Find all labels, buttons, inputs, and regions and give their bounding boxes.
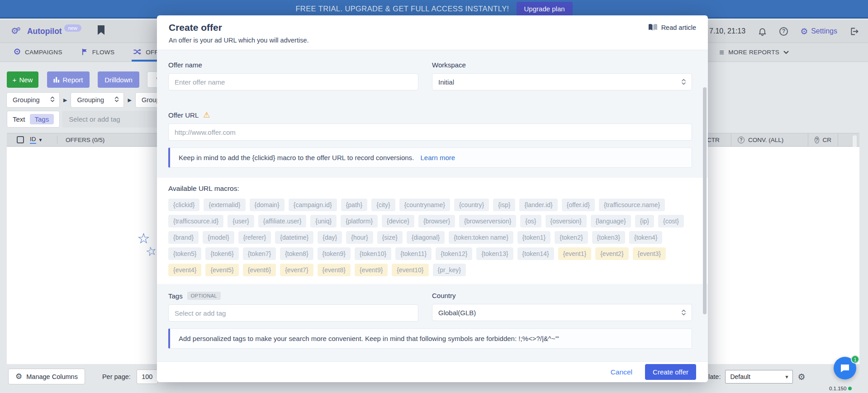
settings-button[interactable]: ⚙ Settings <box>800 27 837 36</box>
macro-chip[interactable]: {uniq} <box>310 215 337 227</box>
macro-chip[interactable]: {event8} <box>318 264 351 276</box>
country-label: Country <box>432 292 692 299</box>
help-icon[interactable]: ? <box>779 27 788 36</box>
macro-chip[interactable]: {token10} <box>355 247 391 260</box>
column-header-conv-all-[interactable]: ?CONV. (ALL) <box>731 133 808 146</box>
macro-chip[interactable]: {token13} <box>476 247 513 260</box>
table-scrollbar-stub[interactable] <box>838 133 859 146</box>
macro-chip[interactable]: {os} <box>520 215 541 227</box>
brand[interactable]: ⚙⚙ Autopilot new <box>0 25 105 37</box>
macro-chip[interactable]: {event10} <box>392 264 428 276</box>
macro-chip[interactable]: {brand} <box>168 231 199 244</box>
macro-chip[interactable]: {token2} <box>555 231 588 244</box>
tags-mode-button[interactable]: Tags <box>30 114 54 124</box>
bookmark-icon[interactable] <box>97 25 105 37</box>
modal-scrollbar-thumb[interactable] <box>703 87 707 314</box>
manage-columns-button[interactable]: ⚙ Manage Columns <box>8 369 85 384</box>
tags-note: Add personalized tags to make your searc… <box>168 328 692 349</box>
macro-chip[interactable]: {token:token name} <box>449 231 513 244</box>
macro-chip[interactable]: {token5} <box>168 247 201 260</box>
macro-chip[interactable]: {token1} <box>517 231 550 244</box>
workspace-select[interactable]: Initial <box>432 73 692 90</box>
macro-chip[interactable]: {event9} <box>355 264 388 276</box>
macro-chip[interactable]: {event4} <box>168 264 201 276</box>
cancel-button[interactable]: Cancel <box>611 368 632 376</box>
macro-chip[interactable]: {user} <box>228 215 254 227</box>
macro-chip[interactable]: {event5} <box>205 264 238 276</box>
offer-url-input[interactable] <box>168 123 692 141</box>
macro-chip[interactable]: {affiliate.user} <box>258 215 307 227</box>
macro-chip[interactable]: {path} <box>341 199 368 211</box>
macro-chip[interactable]: {trafficsource.name} <box>599 199 665 211</box>
macro-chip[interactable]: {token6} <box>205 247 238 260</box>
macro-chip[interactable]: {platform} <box>341 215 378 227</box>
column-header-cr[interactable]: ?CR <box>808 133 838 146</box>
text-mode-button[interactable]: Text <box>13 115 25 123</box>
macro-chip[interactable]: {osversion} <box>545 215 587 227</box>
macro-chip[interactable]: {event1} <box>558 247 591 260</box>
template-select[interactable]: Default ▼ <box>725 370 793 384</box>
country-select[interactable]: Global(GLB) <box>432 304 692 321</box>
macro-chip[interactable]: {isp} <box>493 199 515 211</box>
create-offer-button[interactable]: Create offer <box>645 364 696 380</box>
macro-chip[interactable]: {token3} <box>592 231 625 244</box>
tags-input[interactable] <box>168 304 418 322</box>
macro-chip[interactable]: {token8} <box>280 247 313 260</box>
macro-chip[interactable]: {countryname} <box>399 199 450 211</box>
grouping-select-1[interactable]: Grouping <box>6 92 60 108</box>
report-button[interactable]: Report <box>47 71 90 88</box>
macro-chip[interactable]: {token7} <box>243 247 276 260</box>
macro-chip[interactable]: {token9} <box>318 247 351 260</box>
help-icon[interactable]: ? <box>815 137 819 143</box>
macro-chip[interactable]: {day} <box>318 231 342 244</box>
macro-chip[interactable]: {pr_key} <box>433 264 466 276</box>
macro-chip[interactable]: {referer} <box>238 231 271 244</box>
macro-chip[interactable]: {cost} <box>658 215 684 227</box>
new-button[interactable]: + New <box>7 71 38 88</box>
help-icon[interactable]: ? <box>738 137 745 143</box>
offer-name-input[interactable] <box>168 73 418 90</box>
macro-chip[interactable]: {event2} <box>595 247 628 260</box>
grouping-select-2[interactable]: Grouping <box>71 92 124 108</box>
macro-chip[interactable]: {diagonal} <box>407 231 445 244</box>
macro-chip[interactable]: {token11} <box>395 247 432 260</box>
macro-chip[interactable]: {datetime} <box>275 231 313 244</box>
learn-more-link[interactable]: Learn more <box>420 154 455 161</box>
macro-chip[interactable]: {country} <box>454 199 489 211</box>
tab-flows[interactable]: FLOWS <box>81 43 115 62</box>
per-page-input[interactable]: 100 <box>137 369 158 384</box>
gear-icon[interactable]: ⚙ <box>797 372 805 382</box>
macro-chip[interactable]: {offer.id} <box>562 199 595 211</box>
macro-chip[interactable]: {ip} <box>635 215 654 227</box>
macro-chip[interactable]: {browser} <box>418 215 455 227</box>
drilldown-button[interactable]: Drilldown <box>98 71 139 88</box>
macro-chip[interactable]: {city} <box>371 199 395 211</box>
macro-chip[interactable]: {event3} <box>633 247 666 260</box>
macro-chip[interactable]: {token4} <box>629 231 662 244</box>
modal-section-macros: Available URL macros: {clickid}{external… <box>157 178 708 284</box>
macro-chip[interactable]: {trafficsource.id} <box>168 215 223 227</box>
logout-icon[interactable] <box>849 27 859 36</box>
macro-chip[interactable]: {lander.id} <box>519 199 557 211</box>
macro-chip[interactable]: {campaign.id} <box>289 199 337 211</box>
tab-campaigns[interactable]: CAMPAIGNS <box>14 43 62 62</box>
upgrade-plan-button[interactable]: Upgrade plan <box>517 2 573 16</box>
select-all-checkbox[interactable] <box>17 136 24 143</box>
macro-chip[interactable]: {token12} <box>436 247 472 260</box>
macro-chip[interactable]: {clickid} <box>168 199 199 211</box>
macro-chip[interactable]: {token14} <box>517 247 554 260</box>
read-article-link[interactable]: Read article <box>648 24 696 31</box>
macro-chip[interactable]: {externalid} <box>204 199 245 211</box>
macro-chip[interactable]: {size} <box>377 231 403 244</box>
macro-chip[interactable]: {browserversion} <box>459 215 516 227</box>
macro-chip[interactable]: {model} <box>203 231 234 244</box>
macro-chip[interactable]: {device} <box>382 215 414 227</box>
macro-chip[interactable]: {hour} <box>346 231 373 244</box>
bell-icon[interactable] <box>758 27 767 36</box>
macro-chip[interactable]: {language} <box>591 215 631 227</box>
macro-chip[interactable]: {event6} <box>243 264 276 276</box>
more-reports-button[interactable]: ≡ MORE REPORTS <box>719 43 868 62</box>
macro-chip[interactable]: {event7} <box>280 264 313 276</box>
macro-chip[interactable]: {domain} <box>250 199 285 211</box>
id-column-header[interactable]: ID ▼ <box>30 136 43 144</box>
